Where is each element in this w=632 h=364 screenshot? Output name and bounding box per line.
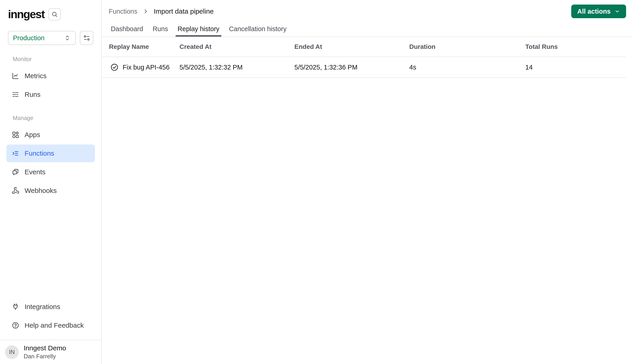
webhook-icon — [11, 186, 20, 195]
breadcrumb: Functions Import data pipeline — [109, 8, 214, 15]
duration-cell: 4s — [409, 64, 525, 71]
replay-name-cell: Fix bug API-456 — [109, 63, 179, 71]
search-button[interactable] — [49, 8, 61, 20]
replay-history-table: Replay Name Created At Ended At Duration… — [102, 37, 626, 78]
sliders-icon — [83, 34, 90, 42]
sidebar-item-webhooks[interactable]: Webhooks — [6, 182, 95, 200]
user-texts: Inngest Demo Dan Farrelly — [24, 344, 66, 360]
sidebar-item-integrations[interactable]: Integrations — [6, 298, 95, 316]
column-header-ended-at: Ended At — [294, 43, 409, 50]
user-full-name: Dan Farrelly — [24, 353, 66, 360]
all-actions-label: All actions — [577, 8, 611, 15]
check-circle-icon — [110, 63, 119, 71]
app-window: inngest Production Monitor — [0, 0, 632, 364]
main-content: Functions Import data pipeline All actio… — [102, 0, 632, 364]
chevron-right-icon — [142, 8, 149, 14]
environment-selected-value: Production — [13, 34, 45, 42]
sidebar-item-functions[interactable]: Functions — [6, 144, 95, 162]
tab-replay-history[interactable]: Replay history — [176, 23, 222, 36]
breadcrumb-functions-link[interactable]: Functions — [109, 8, 137, 15]
sidebar-item-label: Help and Feedback — [25, 322, 84, 329]
inngest-logo: inngest — [8, 9, 44, 20]
workspace-row: Production — [0, 31, 101, 45]
sidebar-item-runs[interactable]: Runs — [6, 86, 95, 104]
sidebar-item-label: Runs — [25, 91, 41, 98]
all-actions-button[interactable]: All actions — [571, 4, 626, 18]
table-row[interactable]: Fix bug API-456 5/5/2025, 1:32:32 PM 5/5… — [102, 57, 626, 78]
environment-settings-button[interactable] — [80, 31, 93, 45]
sidebar-section-manage: Manage — [0, 115, 101, 121]
sidebar-item-help-and-feedback[interactable]: Help and Feedback — [6, 316, 95, 334]
unfold-chevrons-icon — [64, 34, 71, 41]
sidebar-spacer — [0, 200, 101, 298]
sidebar-item-apps[interactable]: Apps — [6, 126, 95, 144]
sidebar-item-label: Events — [25, 168, 46, 176]
runs-list-icon — [11, 90, 20, 98]
sidebar-item-label: Apps — [25, 131, 40, 138]
created-at-cell: 5/5/2025, 1:32:32 PM — [179, 64, 294, 71]
total-runs-cell: 14 — [525, 64, 626, 71]
apps-icon — [11, 131, 20, 139]
sidebar-item-label: Metrics — [25, 72, 47, 80]
avatar: IN — [5, 345, 19, 359]
sidebar-item-events[interactable]: Events — [6, 163, 95, 181]
column-header-total-runs: Total Runs — [525, 43, 626, 50]
events-icon — [11, 168, 20, 176]
ended-at-cell: 5/5/2025, 1:32:36 PM — [294, 64, 409, 71]
page-header: Functions Import data pipeline All actio… — [102, 0, 632, 23]
line-chart-icon — [11, 72, 20, 80]
logo-row: inngest — [0, 7, 101, 22]
tab-dashboard[interactable]: Dashboard — [109, 23, 145, 36]
functions-icon — [11, 149, 20, 158]
sidebar: inngest Production Monitor — [0, 0, 102, 364]
search-icon — [51, 11, 58, 18]
table-header-row: Replay Name Created At Ended At Duration… — [102, 37, 626, 57]
column-header-duration: Duration — [409, 43, 525, 50]
replay-name: Fix bug API-456 — [123, 64, 169, 71]
plug-icon — [11, 303, 20, 311]
column-header-created-at: Created At — [179, 43, 294, 50]
sidebar-item-label: Integrations — [25, 303, 60, 310]
sidebar-section-monitor: Monitor — [0, 56, 101, 62]
page-title: Import data pipeline — [154, 8, 214, 15]
environment-select[interactable]: Production — [8, 31, 76, 45]
tab-runs[interactable]: Runs — [151, 23, 170, 36]
chevron-down-icon — [614, 8, 620, 14]
user-org-name: Inngest Demo — [24, 344, 66, 352]
function-tabs: Dashboard Runs Replay history Cancellati… — [102, 23, 632, 37]
column-header-replay-name: Replay Name — [109, 43, 179, 50]
sidebar-item-metrics[interactable]: Metrics — [6, 67, 95, 85]
tab-cancellation-history[interactable]: Cancellation history — [227, 23, 289, 36]
help-circle-icon — [11, 321, 20, 330]
sidebar-item-label: Webhooks — [25, 187, 57, 194]
sidebar-item-label: Functions — [25, 150, 54, 157]
user-menu[interactable]: IN Inngest Demo Dan Farrelly — [0, 340, 101, 364]
